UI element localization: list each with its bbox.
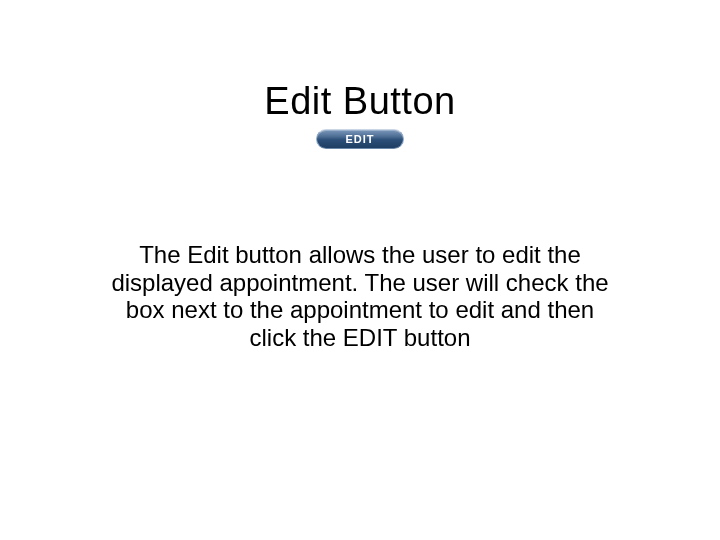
edit-button[interactable]: EDIT: [316, 129, 404, 149]
slide-title: Edit Button: [110, 80, 610, 123]
slide-description: The Edit button allows the user to edit …: [110, 241, 610, 351]
button-row: EDIT: [110, 129, 610, 149]
